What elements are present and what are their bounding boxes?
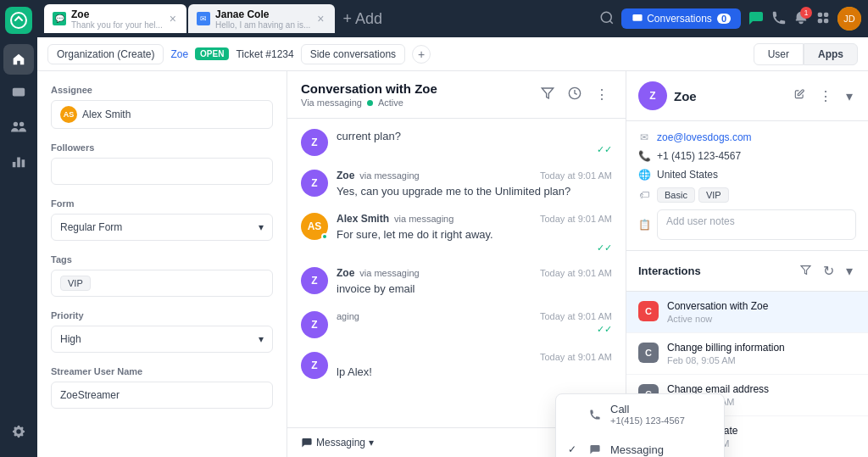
apps-panel-button[interactable]: Apps (804, 43, 858, 65)
assignee-field[interactable]: AS Alex Smith (51, 100, 273, 129)
apps-grid-icon[interactable] (815, 10, 831, 28)
assignee-label: Assignee (51, 85, 273, 95)
message-row: Z Today at 9:01 AM lp Alex! (301, 352, 612, 380)
conversations-badge: 0 (717, 14, 731, 24)
tab-janae-icon: ✉ (197, 12, 210, 25)
form-section: Form Regular Form ▾ (51, 198, 273, 241)
tab-janae[interactable]: ✉ Janae Cole Hello, I am having an is...… (188, 4, 334, 33)
channel-select-button[interactable]: Messaging ▾ (301, 437, 374, 449)
sidebar-item-settings[interactable] (3, 416, 34, 447)
contact-collapse-button[interactable]: ▾ (843, 85, 856, 108)
tab-janae-close[interactable]: × (315, 12, 326, 25)
message-channel: aging (337, 311, 359, 321)
dropdown-call-item[interactable]: Call +1(415) 123-4567 (556, 394, 724, 434)
edit-contact-button[interactable] (790, 85, 809, 107)
phone-icon-button[interactable] (771, 10, 787, 28)
message-header: aging Today at 9:01 AM (337, 311, 612, 321)
app-container: 💬 Zoe Thank you for your hel... × ✉ Jana… (0, 0, 868, 457)
streamer-field[interactable]: ZoeStreamer (51, 382, 273, 409)
contact-email-row: ✉ zoe@lovesdogs.com (638, 131, 856, 143)
message-content: Zoe via messaging Today at 9:01 AM Yes, … (337, 170, 612, 199)
add-section-button[interactable]: + (412, 45, 431, 64)
dropdown-messaging-item[interactable]: ✓ Messaging (556, 434, 724, 457)
globe-info-icon: 🌐 (638, 169, 650, 181)
add-tab-button[interactable]: + Add (337, 7, 390, 31)
call-sublabel: +1(415) 123-4567 (610, 415, 685, 426)
form-select[interactable]: Regular Form ▾ (51, 214, 273, 241)
phone-info-icon: 📞 (638, 150, 650, 162)
history-icon-button[interactable] (565, 83, 585, 107)
call-label: Call (610, 403, 685, 415)
interaction-item-conv-zoe[interactable]: C Conversation with Zoe Active now (626, 292, 868, 333)
user-notes-input[interactable]: Add user notes (657, 209, 856, 240)
side-conversations-button[interactable]: Side conversations (301, 44, 405, 64)
assignee-avatar: AS (60, 106, 77, 123)
message-text: lp Alex! (337, 365, 612, 380)
search-icon[interactable] (599, 10, 615, 28)
online-indicator (321, 233, 328, 240)
interaction-content: Conversation with Zoe Active now (667, 300, 856, 324)
message-avatar: Z (301, 311, 328, 338)
filter-icon-button[interactable] (537, 83, 558, 107)
user-avatar[interactable] (837, 7, 861, 31)
contact-avatar: Z (638, 81, 667, 110)
conversations-button[interactable]: Conversations 0 (621, 8, 741, 29)
message-content: Alex Smith via messaging Today at 9:01 A… (337, 213, 612, 254)
main-area: 💬 Zoe Thank you for your hel... × ✉ Jana… (37, 0, 868, 457)
conversations-label: Conversations (647, 13, 712, 25)
notes-info-icon: 📋 (638, 219, 650, 231)
ticket-link[interactable]: Ticket #1234 (236, 48, 293, 60)
sidebar-item-reports[interactable] (3, 146, 34, 176)
tab-janae-label: Janae Cole (215, 8, 310, 20)
conversation-title-block: Conversation with Zoe Via messaging Acti… (301, 81, 437, 108)
interactions-filter-button[interactable] (797, 259, 815, 282)
message-row: Z Zoe via messaging Today at 9:01 AM Yes… (301, 170, 612, 199)
sidebar-item-contacts[interactable] (3, 112, 34, 142)
open-status-badge: OPEN (195, 47, 229, 60)
top-nav-bar: 💬 Zoe Thank you for your hel... × ✉ Jana… (37, 0, 868, 37)
contact-phone-row: 📞 +1 (415) 123-4567 (638, 150, 856, 162)
user-panel-button[interactable]: User (754, 43, 804, 65)
messaging-label: Messaging (610, 443, 664, 456)
tab-bar: 💬 Zoe Thank you for your hel... × ✉ Jana… (44, 4, 599, 33)
app-logo (5, 7, 32, 34)
chat-icon-button[interactable] (748, 9, 765, 29)
zoe-breadcrumb[interactable]: Zoe (170, 48, 188, 60)
interaction-time: Active now (667, 314, 856, 324)
second-nav-bar: Organization (Create) Zoe OPEN Ticket #1… (37, 37, 868, 71)
org-create-button[interactable]: Organization (Create) (47, 44, 164, 64)
message-channel: via messaging (359, 268, 419, 278)
tab-zoe-close[interactable]: × (168, 12, 178, 25)
more-options-button[interactable]: ⋮ (592, 83, 612, 106)
message-row: Z Zoe via messaging Today at 9:01 AM inv… (301, 267, 612, 297)
priority-value: High (60, 333, 81, 345)
message-content: Today at 9:01 AM lp Alex! (337, 352, 612, 380)
priority-section: Priority High ▾ (51, 310, 273, 353)
tags-field[interactable]: VIP (51, 270, 273, 297)
channel-chevron-icon: ▾ (369, 437, 374, 449)
tab-zoe[interactable]: 💬 Zoe Thank you for your hel... × (44, 4, 186, 33)
interaction-item-billing[interactable]: C Change billing information Feb 08, 9:0… (626, 333, 868, 375)
interactions-refresh-button[interactable]: ↻ (820, 259, 837, 282)
notification-icon-button[interactable]: 1 (793, 10, 809, 28)
interactions-collapse-button[interactable]: ▾ (843, 259, 856, 282)
sidebar-item-inbox[interactable] (3, 78, 34, 109)
tag-basic: Basic (657, 187, 695, 203)
interaction-icon: C (638, 301, 659, 321)
conversation-title: Conversation with Zoe (301, 81, 437, 96)
message-channel: via messaging (359, 170, 419, 181)
contact-email[interactable]: zoe@lovesdogs.com (657, 131, 752, 143)
message-sender: Alex Smith (337, 213, 389, 225)
streamer-section: Streamer user name ZoeStreamer (51, 366, 273, 409)
avatar-image (837, 7, 861, 31)
sidebar-item-home[interactable] (3, 44, 34, 75)
channel-dropdown-menu: Call +1(415) 123-4567 ✓ Messaging (555, 393, 725, 457)
message-text: Yes, can you upgrade me to the Unlimited… (337, 184, 612, 199)
content-area: Assignee AS Alex Smith Followers Form Re… (37, 71, 868, 457)
followers-field[interactable] (51, 158, 273, 185)
contact-more-button[interactable]: ⋮ (815, 85, 836, 108)
interaction-time: Feb 08, 9:05 AM (667, 355, 856, 365)
tag-vip: VIP (60, 276, 91, 291)
message-header: Zoe via messaging Today at 9:01 AM (337, 267, 612, 279)
priority-select[interactable]: High ▾ (51, 326, 273, 353)
